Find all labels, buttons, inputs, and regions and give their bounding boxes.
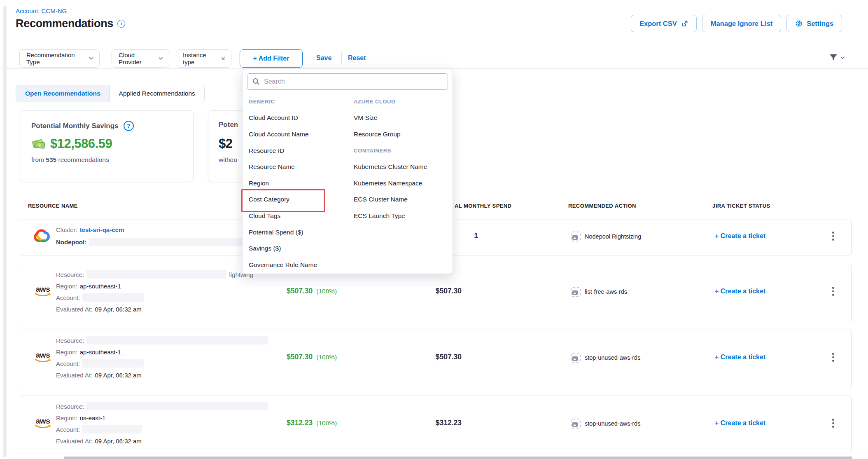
recommended-action: Nodepool Rightsizing (571, 232, 641, 241)
recommendation-row[interactable]: aws Resource: Region: ap-southeast-1 Acc… (20, 330, 852, 388)
recommendation-row[interactable]: aws Resource: Region: us-east-1 Account:… (20, 396, 852, 454)
info-icon[interactable]: i (117, 20, 125, 28)
redacted-resource-value (86, 336, 268, 344)
clipped-card-title: Poten (219, 121, 238, 129)
redacted-account-value (82, 359, 144, 368)
image-placeholder-icon (571, 287, 581, 297)
tab-applied-recommendations[interactable]: Applied Recommendations (110, 85, 204, 102)
search-input[interactable] (247, 73, 448, 90)
filter-chip-recommendation-type[interactable]: Recommendation Type (19, 49, 100, 68)
resource-label: Resource: (56, 337, 84, 344)
recommendations-page: Account: CCM-NG Recommendations i Export… (0, 0, 868, 459)
evaluated-at-label: Evaluated At: (56, 306, 92, 313)
clipped-card-amount: $2 (219, 136, 232, 151)
dropdown-item-resource-name[interactable]: Resource Name (249, 159, 317, 175)
potential-savings-value: $312.23(100%) (287, 419, 337, 427)
create-ticket-button[interactable]: + Create a ticket (715, 288, 765, 295)
monthly-spend-value: $507.30 (412, 353, 462, 361)
account-label: Account: (56, 294, 80, 301)
evaluated-at-value: 09 Apr, 06:32 am (95, 438, 141, 445)
redacted-account-value (82, 425, 142, 433)
cluster-label: Cluster: (56, 226, 77, 233)
create-ticket-button[interactable]: + Create a ticket (715, 232, 765, 240)
monthly-spend-value: $312.23 (412, 419, 462, 427)
region-value: ap-southeast-1 (80, 349, 121, 356)
dropdown-item-kubernetes-cluster-name[interactable]: Kubernetes Cluster Name (354, 159, 427, 175)
breadcrumb[interactable]: Account: CCM-NG (16, 7, 67, 14)
gear-icon (795, 20, 803, 27)
dropdown-item-ecs-launch-type[interactable]: ECS Launch Type (354, 208, 427, 224)
create-ticket-button[interactable]: + Create a ticket (715, 354, 765, 361)
dropdown-item-ecs-cluster-name[interactable]: ECS Cluster Name (354, 192, 427, 208)
potential-savings-value: $507.30(100%) (287, 287, 337, 295)
filter-chip-cloud-provider[interactable]: Cloud Provider (112, 49, 169, 68)
dropdown-item-kubernetes-namespace[interactable]: Kubernetes Namespace (354, 175, 427, 192)
recommendations-tabs: Open Recommendations Applied Recommendat… (16, 85, 205, 102)
dropdown-item-savings[interactable]: Savings ($) (249, 240, 317, 257)
dropdown-item-resource-id[interactable]: Resource ID (249, 143, 317, 159)
help-icon[interactable]: ? (124, 121, 134, 131)
dropdown-column-azure-containers: AZURE CLOUD VM Size Resource Group CONTA… (354, 94, 427, 224)
page-title: Recommendations i (16, 17, 125, 30)
clipped-card-subtitle: withou (219, 156, 237, 164)
dropdown-item-potential-spend[interactable]: Potential Spend ($) (249, 224, 317, 241)
evaluated-at-value: 09 Apr, 06:32 am (95, 306, 141, 313)
redacted-nodepool-value (89, 238, 262, 246)
image-placeholder-icon (571, 232, 581, 241)
external-link-icon (681, 20, 688, 27)
image-placeholder-icon (571, 353, 581, 363)
recommendation-count: 535 (46, 156, 56, 163)
row-menu-button[interactable] (831, 351, 836, 363)
savings-percent: (100%) (316, 288, 337, 295)
settings-button[interactable]: Settings (786, 15, 842, 32)
manage-ignore-list-button[interactable]: Manage Ignore List (702, 15, 781, 32)
chevron-down-icon (840, 56, 845, 59)
dropdown-column-generic: GENERIC Cloud Account ID Cloud Account N… (249, 94, 317, 273)
row-menu-button[interactable] (831, 285, 836, 297)
save-filter-button[interactable]: Save (316, 54, 331, 62)
savings-card-title: Potential Monthly Savings ? (31, 121, 134, 131)
column-header-total-monthly-spend: AL MONTHLY SPEND (455, 203, 511, 209)
redacted-account-value (82, 293, 144, 302)
recommended-action: stop-unused-aws-rds (571, 419, 640, 429)
savings-percent: (100%) (316, 354, 337, 361)
close-icon[interactable]: × (221, 55, 225, 62)
add-filter-button[interactable]: + Add Filter (240, 49, 303, 68)
region-label: Region: (56, 415, 77, 422)
dropdown-item-cloud-account-id[interactable]: Cloud Account ID (249, 110, 317, 126)
dropdown-item-vm-size[interactable]: VM Size (354, 110, 427, 126)
section-title-azure-cloud: AZURE CLOUD (354, 94, 427, 110)
row-menu-button[interactable] (831, 230, 836, 242)
resource-label: Resource: (56, 271, 84, 278)
export-csv-button[interactable]: Export CSV (631, 15, 697, 32)
row-menu-button[interactable] (831, 417, 836, 429)
savings-amount: $12,586.59 (50, 136, 112, 151)
redacted-resource-value (86, 402, 268, 410)
aws-icon: aws (34, 417, 52, 429)
cluster-name-link[interactable]: test-sri-qa-ccm (80, 226, 124, 233)
chevron-down-icon (89, 57, 93, 60)
left-nav-edge (3, 6, 7, 457)
filter-chip-instance-type[interactable]: Instance type × (176, 49, 231, 68)
gcp-icon (33, 228, 51, 246)
aws-icon: aws (34, 286, 52, 297)
column-header-resource-name: RESOURCE NAME (28, 203, 78, 209)
account-label: Account: (56, 360, 80, 367)
dropdown-item-resource-group[interactable]: Resource Group (354, 126, 427, 143)
region-label: Region: (56, 283, 77, 290)
column-header-recommended-action: RECOMMENDED ACTION (568, 203, 636, 209)
evaluated-at-label: Evaluated At: (56, 372, 92, 379)
aws-icon: aws (34, 351, 52, 363)
create-ticket-button[interactable]: + Create a ticket (715, 419, 765, 427)
savings-subtitle: from 535 recommendations (31, 156, 109, 164)
dropdown-item-governance-rule-name[interactable]: Governance Rule Name (249, 257, 317, 273)
search-icon (252, 78, 260, 85)
filter-panel-toggle[interactable] (828, 53, 845, 63)
dropdown-item-cloud-account-name[interactable]: Cloud Account Name (249, 126, 317, 143)
bottom-edge-band (64, 457, 852, 459)
section-title-generic: GENERIC (249, 94, 317, 110)
potential-monthly-savings-card: Potential Monthly Savings ? $12,586.59 f… (20, 110, 194, 182)
column-header-jira-ticket-status: JIRA TICKET STATUS (712, 203, 770, 209)
reset-filter-button[interactable]: Reset (348, 54, 366, 62)
tab-open-recommendations[interactable]: Open Recommendations (16, 85, 110, 102)
